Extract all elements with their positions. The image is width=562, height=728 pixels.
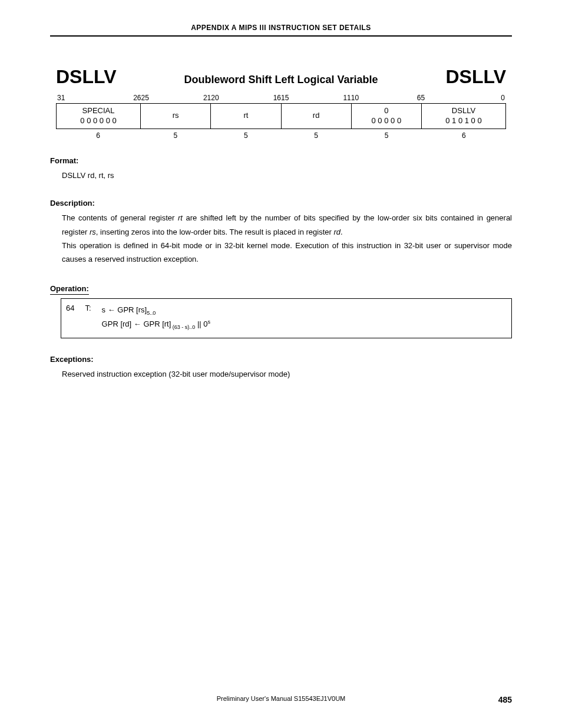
operation-t: T: bbox=[85, 304, 91, 312]
field-width: 5 bbox=[140, 131, 210, 140]
page-footer: Preliminary User's Manual S15543EJ1V0UM … bbox=[50, 695, 512, 704]
bit-lo: 6 bbox=[417, 94, 421, 102]
format-text: DSLLV rd, rt, rs bbox=[62, 169, 512, 182]
exceptions-text: Reserved instruction exception (32-bit u… bbox=[62, 367, 512, 381]
mnemonic-left: DSLLV bbox=[56, 66, 117, 88]
bit-hi: 15 bbox=[281, 94, 289, 102]
field-name: rt bbox=[243, 111, 248, 120]
exceptions-label: Exceptions: bbox=[50, 355, 512, 364]
field-bits: 0 0 0 0 0 0 bbox=[80, 116, 116, 125]
mnemonic-right: DSLLV bbox=[445, 66, 506, 88]
encoding-diagram: 3126 2521 2016 1511 106 50 SPECIAL0 0 0 … bbox=[56, 94, 506, 140]
field-name: DSLLV bbox=[452, 106, 475, 115]
operation-pseudocode: s ← GPR [rs]5..0 GPR [rd] ← GPR [rt] (63… bbox=[102, 304, 210, 332]
field-name: rd bbox=[313, 111, 320, 120]
description-label: Description: bbox=[50, 199, 512, 207]
field-width: 6 bbox=[56, 131, 140, 140]
bit-lo: 26 bbox=[133, 94, 141, 102]
instruction-full-name: Doubleword Shift Left Logical Variable bbox=[184, 74, 378, 86]
operation-label: Operation: bbox=[50, 284, 89, 295]
field-bits: 0 0 0 0 0 bbox=[372, 116, 402, 125]
field-width: 6 bbox=[422, 131, 506, 140]
field-name: rs bbox=[173, 111, 179, 120]
operation-mode: 64 bbox=[66, 304, 74, 312]
instruction-title-row: DSLLV Doubleword Shift Left Logical Vari… bbox=[56, 66, 506, 88]
footer-manual-id: Preliminary User's Manual S15543EJ1V0UM bbox=[50, 695, 512, 702]
bit-lo: 16 bbox=[273, 94, 281, 102]
bit-hi: 25 bbox=[141, 94, 149, 102]
bit-lo: 21 bbox=[203, 94, 211, 102]
bit-lo: 0 bbox=[501, 94, 505, 102]
bit-hi: 31 bbox=[57, 94, 65, 102]
appendix-header: APPENDIX A MIPS III INSTRUCTION SET DETA… bbox=[50, 24, 512, 37]
field-width: 5 bbox=[351, 131, 421, 140]
bit-lo: 11 bbox=[343, 94, 351, 102]
field-name: SPECIAL bbox=[82, 106, 115, 115]
field-width: 5 bbox=[281, 131, 351, 140]
bit-hi: 10 bbox=[351, 94, 359, 102]
page-number: 485 bbox=[498, 695, 512, 704]
field-bits: 0 1 0 1 0 0 bbox=[445, 116, 481, 125]
field-name: 0 bbox=[384, 106, 388, 115]
operation-box: 64 T: s ← GPR [rs]5..0 GPR [rd] ← GPR [r… bbox=[61, 298, 512, 338]
description-body: The contents of general register rt are … bbox=[62, 211, 512, 266]
bit-hi: 20 bbox=[211, 94, 219, 102]
bit-hi: 5 bbox=[421, 94, 425, 102]
field-width: 5 bbox=[211, 131, 281, 140]
format-label: Format: bbox=[50, 156, 512, 165]
